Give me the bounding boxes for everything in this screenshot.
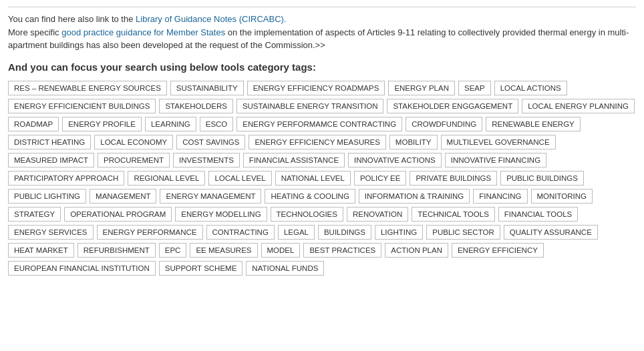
tag-item[interactable]: RENOVATION xyxy=(347,207,408,222)
tag-item[interactable]: SUSTAINABLE ENERGY TRANSITION xyxy=(236,99,384,113)
tag-item[interactable]: BEST PRACTICES xyxy=(303,243,381,258)
tag-item[interactable]: PUBLIC LIGHTING xyxy=(8,189,86,204)
tag-item[interactable]: MODEL xyxy=(261,243,301,258)
tag-item[interactable]: ENERGY MANAGEMENT xyxy=(160,189,261,204)
tag-item[interactable]: ENERGY PLAN xyxy=(388,81,455,95)
tag-item[interactable]: STAKEHOLDER ENGGAGEMENT xyxy=(387,99,518,113)
tag-item[interactable]: INNOVATIVE FINANCING xyxy=(445,153,546,167)
tag-item[interactable]: HEATING & COOLING xyxy=(265,189,355,204)
tag-item[interactable]: ENERGY EFFICIENCY ROADMAPS xyxy=(247,81,385,95)
tag-item[interactable]: LEARNING xyxy=(145,117,196,131)
circabc-link[interactable]: Library of Guidance Notes (CIRCABC). xyxy=(136,14,286,24)
tag-item[interactable]: INNOVATIVE ACTIONS xyxy=(348,153,442,167)
good-practice-link[interactable]: good practice guidance for Member States xyxy=(61,27,225,37)
tag-item[interactable]: LOCAL ECONOMY xyxy=(94,135,173,149)
tag-item[interactable]: LOCAL ACTIONS xyxy=(494,81,567,95)
tag-item[interactable]: ENERGY EFFICIENCY xyxy=(452,243,544,258)
tag-item[interactable]: FINANCING xyxy=(473,189,527,204)
tag-item[interactable]: OPERATIONAL PROGRAM xyxy=(64,207,172,222)
tag-item[interactable]: LOCAL ENERGY PLANNING xyxy=(522,99,635,113)
tag-item[interactable]: ENERGY PERFORMANCE xyxy=(97,225,203,240)
tag-item[interactable]: ENERGY EFFICIENCY MEASURES xyxy=(249,135,385,149)
intro-line1: You can find here also link to the Libra… xyxy=(8,14,286,24)
tag-item[interactable]: SUPPORT SCHEME xyxy=(159,261,243,276)
tag-item[interactable]: INVESTMENTS xyxy=(173,153,240,167)
intro-line2: More specific good practice guidance for… xyxy=(8,27,629,51)
tag-item[interactable]: PARTICIPATORY APPROACH xyxy=(8,171,124,186)
tag-item[interactable]: REFURBISHMENT xyxy=(77,243,156,258)
tag-item[interactable]: SEAP xyxy=(458,81,491,95)
tag-item[interactable]: EPC xyxy=(159,243,187,258)
tag-item[interactable]: ENERGY EFFICIENCIENT BUILDINGS xyxy=(8,99,156,113)
tag-item[interactable]: INFORMATION & TRAINING xyxy=(359,189,470,204)
tag-item[interactable]: ROADMAP xyxy=(8,117,59,131)
tag-item[interactable]: MEASURED IMPACT xyxy=(8,153,94,167)
tag-item[interactable]: MULTILEVEL GOVERNANCE xyxy=(441,135,556,149)
tag-item[interactable]: MANAGEMENT xyxy=(90,189,156,204)
tag-item[interactable]: ACTION PLAN xyxy=(385,243,448,258)
section-title: And you can focus your search using belo… xyxy=(8,61,636,73)
tag-item[interactable]: HEAT MARKET xyxy=(8,243,74,258)
tag-item[interactable]: LIGHTING xyxy=(375,225,423,240)
tag-item[interactable]: ENERGY MODELLING xyxy=(175,207,267,222)
tag-item[interactable]: FINANCIAL TOOLS xyxy=(498,207,578,222)
tag-item[interactable]: STAKEHOLDERS xyxy=(159,99,232,113)
tag-item[interactable]: CROWDFUNDING xyxy=(406,117,482,131)
tag-item[interactable]: ENERGY PROFILE xyxy=(62,117,142,131)
tag-item[interactable]: RES – RENEWABLE ENERGY SOURCES xyxy=(8,81,167,95)
tag-item[interactable]: LEGAL xyxy=(278,225,315,240)
tag-item[interactable]: TECHNICAL TOOLS xyxy=(412,207,495,222)
tag-item[interactable]: FINANCIAL ASSISTANCE xyxy=(243,153,345,167)
tag-item[interactable]: NATIONAL FUNDS xyxy=(246,261,324,276)
tag-item[interactable]: ENERGY PERFORMAMCE CONTRACTING xyxy=(236,117,402,131)
tag-item[interactable]: PRIVATE BUILDINGS xyxy=(410,171,497,186)
tag-item[interactable]: LOCAL LEVEL xyxy=(208,171,271,186)
tag-item[interactable]: ESCO xyxy=(200,117,234,131)
tag-item[interactable]: EE MEASURES xyxy=(190,243,257,258)
tag-item[interactable]: PUBLIC SECTOR xyxy=(426,225,500,240)
tag-item[interactable]: CONTRACTING xyxy=(206,225,275,240)
tag-item[interactable]: MONITORING xyxy=(531,189,593,204)
tag-item[interactable]: PROCUREMENT xyxy=(98,153,170,167)
tag-item[interactable]: QUALITY ASSURANCE xyxy=(504,225,598,240)
tag-item[interactable]: COST SAVINGS xyxy=(176,135,245,149)
tag-item[interactable]: PUBLIC BUILDINGS xyxy=(500,171,584,186)
tag-item[interactable]: NATIONAL LEVEL xyxy=(275,171,351,186)
tag-item[interactable]: STRATEGY xyxy=(8,207,61,222)
tag-item[interactable]: SUSTAINABILITY xyxy=(170,81,244,95)
tag-item[interactable]: BUILDINGS xyxy=(318,225,371,240)
tags-container: RES – RENEWABLE ENERGY SOURCESSUSTAINABI… xyxy=(8,81,636,276)
tag-item[interactable]: TECHNOLOGIES xyxy=(271,207,343,222)
tag-item[interactable]: ENERGY SERVICES xyxy=(8,225,94,240)
tag-item[interactable]: DISTRICT HEATING xyxy=(8,135,91,149)
tag-item[interactable]: REGIONAL LEVEL xyxy=(128,171,205,186)
tag-item[interactable]: RENEWABLE ENERGY xyxy=(486,117,581,131)
tag-item[interactable]: POLICY EE xyxy=(354,171,407,186)
tag-item[interactable]: MOBILITY xyxy=(389,135,438,149)
tag-item[interactable]: EUROPEAN FINANCIAL INSTITUTION xyxy=(8,261,156,276)
intro-section: You can find here also link to the Libra… xyxy=(8,7,636,52)
